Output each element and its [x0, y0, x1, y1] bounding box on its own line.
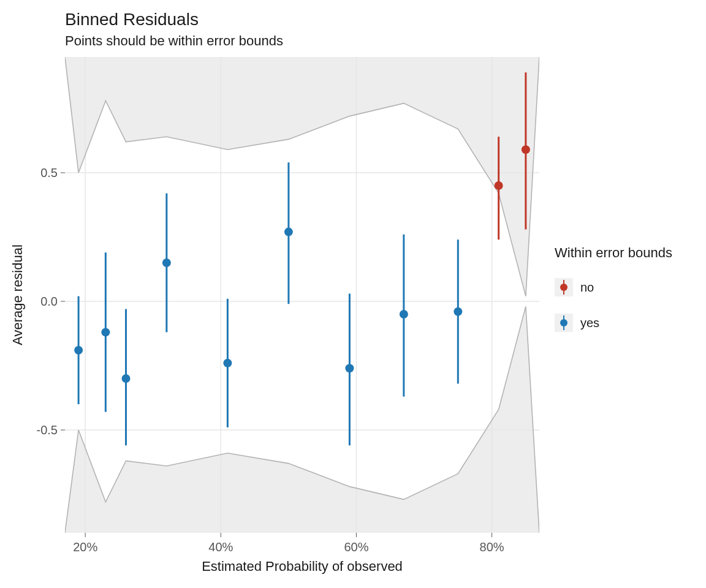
data-point	[522, 145, 530, 154]
data-point	[284, 228, 293, 236]
data-point	[101, 328, 110, 336]
x-tick-label: 20%	[73, 540, 97, 554]
legend-swatch-no	[555, 278, 573, 296]
y-tick-label: 0.0	[40, 295, 58, 308]
legend-label: yes	[580, 316, 599, 330]
y-tick-label: -0.5	[37, 423, 58, 437]
x-axis-title: Estimated Probability of observed	[202, 559, 403, 574]
data-point	[162, 258, 171, 267]
data-point	[495, 181, 503, 190]
x-tick-label: 40%	[208, 540, 233, 554]
data-point	[223, 359, 232, 368]
y-tick-label: 0.5	[40, 166, 58, 179]
data-point	[74, 346, 83, 355]
x-tick-label: 60%	[344, 540, 368, 554]
data-point	[122, 374, 131, 383]
x-tick-label: 80%	[480, 540, 504, 554]
legend-item-yes: yes	[555, 314, 672, 332]
data-point	[454, 307, 462, 316]
legend-title: Within error bounds	[555, 245, 672, 261]
data-point	[345, 364, 354, 372]
page-subtitle: Points should be within error bounds	[65, 33, 283, 49]
legend-swatch-yes	[555, 314, 573, 332]
y-axis-title: Average residual	[10, 244, 25, 345]
page-title: Binned Residuals	[65, 10, 199, 29]
legend-item-no: no	[555, 278, 672, 296]
legend-label: no	[580, 281, 594, 295]
legend: Within error bounds no yes	[555, 245, 672, 332]
data-point	[400, 310, 408, 318]
